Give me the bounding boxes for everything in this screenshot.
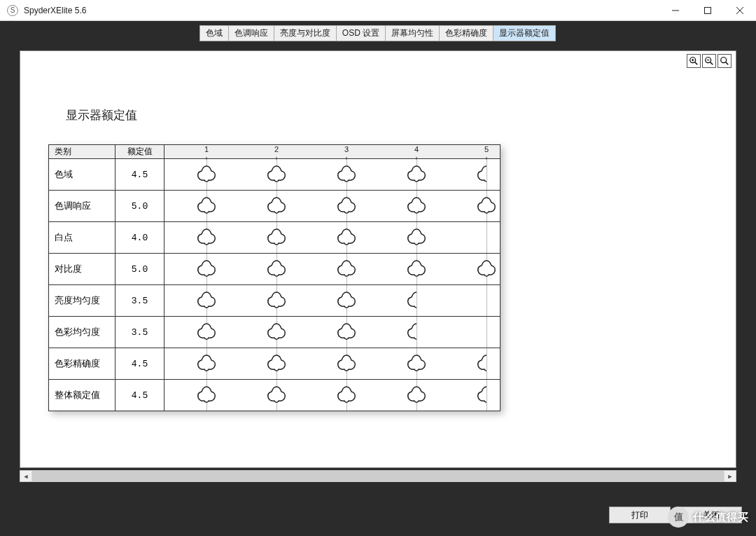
star-icon — [196, 353, 217, 374]
maximize-button[interactable] — [692, 0, 724, 20]
star-icon — [336, 164, 357, 185]
chart-cell — [164, 159, 500, 191]
rating-cell: 3.5 — [115, 317, 164, 348]
hscroll-left-button[interactable]: ◄ — [20, 471, 32, 481]
zoom-controls — [687, 54, 732, 68]
category-cell: 色域 — [49, 159, 115, 191]
star-icon — [266, 290, 287, 311]
titlebar: S SpyderXElite 5.6 — [0, 0, 756, 21]
star-icon — [196, 227, 217, 248]
zoom-in-button[interactable] — [687, 54, 701, 68]
col-chart-header: 12345 — [164, 145, 500, 159]
table-row: 色彩均匀度3.5 — [49, 317, 500, 348]
star-icon — [266, 164, 287, 185]
svg-point-11 — [721, 57, 727, 63]
star-icon — [406, 385, 427, 406]
table-row: 对比度5.0 — [49, 254, 500, 285]
star-half-icon — [476, 164, 486, 185]
minimize-button[interactable] — [659, 0, 692, 20]
tab-5[interactable]: 色彩精确度 — [439, 25, 493, 41]
category-cell: 色彩精确度 — [49, 348, 115, 380]
star-icon — [196, 290, 217, 311]
report-panel: 显示器额定值 类别 额定值 12345 色域4.5色调响应5.0白点4.0对比度… — [20, 50, 736, 468]
tab-2[interactable]: 亮度与对比度 — [274, 25, 337, 41]
svg-line-9 — [710, 62, 713, 65]
star-half-icon — [476, 385, 486, 406]
star-icon — [336, 195, 357, 217]
star-icon — [266, 227, 287, 248]
rating-cell: 5.0 — [115, 191, 164, 222]
svg-rect-1 — [705, 7, 711, 13]
star-icon — [406, 259, 427, 280]
hscroll-track[interactable] — [32, 471, 724, 481]
print-button[interactable]: 打印 — [609, 507, 671, 523]
zoom-out-button[interactable] — [702, 54, 716, 68]
star-half-icon — [406, 290, 416, 311]
app-icon: S — [7, 5, 18, 16]
star-half-icon — [476, 353, 486, 374]
chart-cell — [164, 222, 500, 254]
col-rating-header: 额定值 — [115, 145, 164, 159]
svg-line-12 — [726, 62, 729, 65]
category-cell: 亮度均匀度 — [49, 285, 115, 317]
star-icon — [266, 322, 287, 343]
star-icon — [266, 195, 287, 217]
star-icon — [336, 353, 357, 374]
col-category-header: 类别 — [49, 145, 115, 159]
rating-axis: 12345 — [164, 145, 500, 158]
page-title: 显示器额定值 — [66, 107, 708, 123]
star-icon — [196, 259, 217, 280]
watermark-badge-icon: 值 — [668, 507, 689, 528]
table-header-row: 类别 额定值 12345 — [49, 145, 500, 159]
tab-6[interactable]: 显示器额定值 — [493, 25, 556, 41]
tabs-strip: 色域色调响应亮度与对比度OSD 设置屏幕均匀性色彩精确度显示器额定值 — [4, 25, 752, 39]
category-cell: 对比度 — [49, 254, 115, 285]
star-icon — [406, 164, 427, 185]
star-icon — [336, 322, 357, 343]
window-title: SpyderXElite 5.6 — [24, 6, 659, 15]
rating-cell: 5.0 — [115, 254, 164, 285]
axis-label: 2 — [274, 145, 279, 153]
star-icon — [406, 353, 427, 374]
horizontal-scrollbar[interactable]: ◄ ► — [20, 470, 736, 482]
category-cell: 色彩均匀度 — [49, 317, 115, 348]
chart-cell — [164, 348, 500, 380]
axis-label: 5 — [484, 145, 489, 153]
chart-cell — [164, 285, 500, 317]
tab-1[interactable]: 色调响应 — [228, 25, 274, 41]
hscroll-right-button[interactable]: ► — [724, 471, 736, 481]
report-content: 显示器额定值 类别 额定值 12345 色域4.5色调响应5.0白点4.0对比度… — [48, 72, 708, 460]
tab-4[interactable]: 屏幕均匀性 — [385, 25, 440, 41]
svg-line-5 — [695, 62, 698, 65]
axis-label: 1 — [204, 145, 209, 153]
table-row: 整体额定值4.5 — [49, 380, 500, 411]
chart-cell — [164, 191, 500, 222]
tab-0[interactable]: 色域 — [200, 25, 229, 41]
star-icon — [476, 195, 497, 217]
rating-cell: 4.5 — [115, 380, 164, 411]
close-button[interactable] — [724, 0, 756, 20]
star-icon — [196, 322, 217, 343]
axis-label: 3 — [344, 145, 349, 153]
table-row: 色调响应5.0 — [49, 191, 500, 222]
star-icon — [196, 164, 217, 185]
tab-3[interactable]: OSD 设置 — [336, 25, 386, 41]
rating-cell: 4.5 — [115, 159, 164, 191]
zoom-fit-button[interactable] — [718, 54, 732, 68]
chart-cell — [164, 317, 500, 348]
rating-cell: 3.5 — [115, 285, 164, 317]
category-cell: 白点 — [49, 222, 115, 254]
window-controls — [659, 0, 756, 20]
app-body: 色域色调响应亮度与对比度OSD 设置屏幕均匀性色彩精确度显示器额定值 显示器额定… — [0, 21, 756, 536]
table-row: 色域4.5 — [49, 159, 500, 191]
star-icon — [266, 259, 287, 280]
star-half-icon — [406, 322, 416, 343]
table-row: 色彩精确度4.5 — [49, 348, 500, 380]
axis-label: 4 — [414, 145, 419, 153]
hscroll-thumb[interactable] — [32, 471, 724, 481]
tab-bar: 色域色调响应亮度与对比度OSD 设置屏幕均匀性色彩精确度显示器额定值 — [200, 25, 556, 41]
star-icon — [196, 195, 217, 217]
category-cell: 整体额定值 — [49, 380, 115, 411]
rating-cell: 4.0 — [115, 222, 164, 254]
star-icon — [336, 290, 357, 311]
